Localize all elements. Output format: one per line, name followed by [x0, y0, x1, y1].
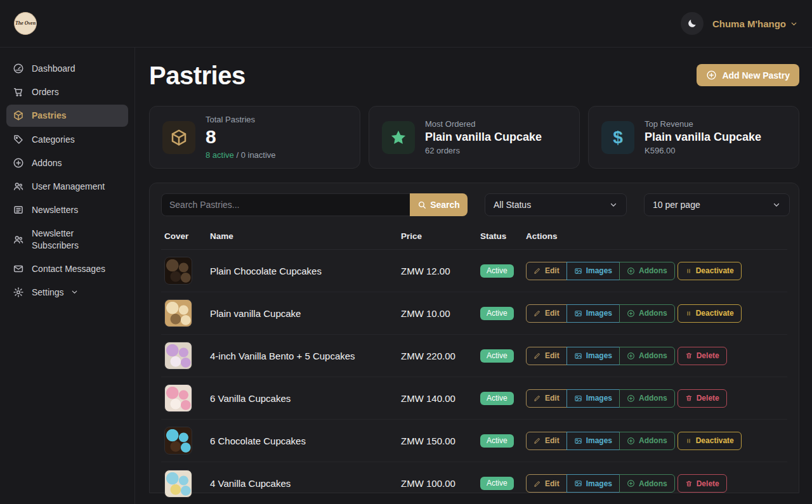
addons-button[interactable]: Addons	[619, 347, 675, 365]
status-cell: Active	[480, 434, 526, 448]
sidebar-item-label: Settings	[32, 287, 64, 298]
sidebar-item-label: Orders	[32, 86, 59, 98]
images-button[interactable]: Images	[566, 389, 620, 408]
sidebar-item-addons[interactable]: Addons	[6, 152, 128, 174]
stat-card-label: Total Pastries	[206, 115, 276, 124]
column-header-price: Price	[401, 231, 480, 241]
topbar: The Oven Chuma M'hango	[0, 0, 812, 48]
search-button[interactable]: Search	[410, 193, 468, 216]
user-menu[interactable]: Chuma M'hango	[712, 18, 798, 29]
edit-button[interactable]: Edit	[526, 304, 567, 323]
sidebar-item-newsletters[interactable]: Newsletters	[6, 199, 128, 221]
sidebar-item-label: Pastries	[32, 110, 66, 121]
stat-card-icon-tile	[382, 121, 415, 154]
cover-cell	[164, 427, 210, 455]
stat-card-body: Total Pastries88 active / 0 inactive	[206, 115, 276, 160]
stat-card-value: 8	[206, 126, 276, 148]
image-icon	[574, 394, 582, 403]
edit-button[interactable]: Edit	[526, 262, 567, 280]
pastry-cover-image[interactable]	[164, 470, 192, 498]
pastry-cover-image[interactable]	[164, 299, 192, 327]
pencil-icon	[534, 394, 541, 402]
per-page-select[interactable]: 10 per page	[644, 193, 790, 216]
addons-button[interactable]: Addons	[619, 304, 675, 323]
add-new-pastry-button[interactable]: Add New Pastry	[697, 64, 799, 86]
pastry-name: 6 Vanilla Cupcakes	[210, 393, 401, 404]
plus-circle-icon	[13, 157, 24, 169]
edit-button[interactable]: Edit	[526, 474, 567, 493]
pastry-price: ZMW 150.00	[401, 436, 480, 446]
pastry-price: ZMW 10.00	[401, 308, 480, 319]
table-row: 6 Vanilla CupcakesZMW 140.00ActiveEditIm…	[161, 377, 787, 420]
status-filter-select[interactable]: All Status	[485, 193, 627, 216]
sidebar-item-settings[interactable]: Settings	[6, 281, 128, 303]
pencil-icon	[534, 309, 541, 317]
status-cell: Active	[480, 307, 526, 320]
sidebar-item-contact-messages[interactable]: Contact Messages	[6, 258, 128, 280]
image-icon	[574, 352, 582, 360]
sidebar-item-dashboard[interactable]: Dashboard	[6, 58, 128, 79]
images-button[interactable]: Images	[566, 304, 620, 323]
sidebar-item-pastries[interactable]: Pastries	[6, 105, 128, 126]
chevron-down-icon	[772, 200, 781, 209]
plus-circle-icon	[706, 70, 717, 81]
pastry-cover-image[interactable]	[164, 427, 192, 455]
status-badge: Active	[480, 264, 514, 278]
pastry-cover-image[interactable]	[164, 342, 192, 370]
deactivate-button[interactable]: Deactivate	[678, 262, 742, 280]
status-badge: Active	[480, 434, 514, 448]
sidebar-item-label: Newsletters	[32, 204, 78, 216]
theme-toggle-button[interactable]	[681, 12, 704, 35]
plus-circle-icon	[627, 267, 635, 275]
images-button[interactable]: Images	[566, 474, 620, 493]
chevron-down-icon	[70, 288, 79, 296]
actions-cell: EditImagesAddonsDeactivate	[526, 432, 784, 450]
actions-cell: EditImagesAddonsDeactivate	[526, 262, 784, 280]
sidebar-item-newsletter-subscribers[interactable]: Newsletter Subscribers	[6, 223, 128, 255]
page-title: Pastries	[149, 61, 246, 90]
addons-button[interactable]: Addons	[619, 262, 675, 280]
images-button[interactable]: Images	[566, 262, 620, 280]
cover-cell	[164, 257, 210, 285]
images-button[interactable]: Images	[566, 347, 620, 365]
delete-button[interactable]: Delete	[678, 389, 727, 408]
stat-card-sub: 62 orders	[425, 146, 542, 155]
sidebar-item-orders[interactable]: Orders	[6, 81, 128, 103]
body-row: DashboardOrdersPastriesCategoriesAddonsU…	[0, 48, 812, 504]
addons-button[interactable]: Addons	[619, 432, 675, 450]
search-icon	[417, 200, 426, 209]
pastry-price: ZMW 12.00	[401, 266, 480, 276]
app-logo[interactable]: The Oven	[14, 12, 37, 35]
pastry-name: Plain vanilla Cupcake	[210, 308, 401, 319]
table-header-row: CoverNamePriceStatusActions	[161, 231, 787, 250]
tag-icon	[13, 134, 24, 145]
deactivate-button[interactable]: Deactivate	[678, 304, 742, 323]
edit-button[interactable]: Edit	[526, 347, 567, 365]
sidebar-item-categories[interactable]: Categories	[6, 129, 128, 150]
image-icon	[574, 437, 582, 445]
trash-icon	[685, 352, 693, 359]
stat-card-icon-tile: $	[601, 121, 634, 154]
addons-button[interactable]: Addons	[619, 389, 675, 408]
status-badge: Active	[480, 349, 514, 363]
search-input[interactable]	[161, 193, 410, 216]
delete-button[interactable]: Delete	[678, 347, 727, 365]
trash-icon	[685, 480, 693, 488]
deactivate-button[interactable]: Deactivate	[678, 432, 742, 450]
images-button[interactable]: Images	[566, 432, 620, 450]
pastry-cover-image[interactable]	[164, 384, 192, 412]
addons-button[interactable]: Addons	[619, 474, 675, 493]
sidebar-item-user-management[interactable]: User Management	[6, 176, 128, 197]
stat-card-sub: 8 active / 0 inactive	[206, 150, 276, 160]
app-root: The Oven Chuma M'hango DashboardOrdersPa…	[0, 0, 812, 504]
edit-button[interactable]: Edit	[526, 432, 567, 450]
plus-circle-icon	[627, 437, 635, 445]
pastry-name: 4 Vanilla Cupcakes	[210, 478, 401, 489]
toolbar: Search All Status 10 per page	[161, 193, 787, 216]
status-badge: Active	[480, 477, 514, 490]
pastry-name: 6 Chocolate Cupcakes	[210, 436, 401, 446]
sub-separator: /	[234, 150, 241, 160]
edit-button[interactable]: Edit	[526, 389, 567, 408]
delete-button[interactable]: Delete	[678, 474, 727, 493]
pastry-cover-image[interactable]	[164, 257, 192, 285]
